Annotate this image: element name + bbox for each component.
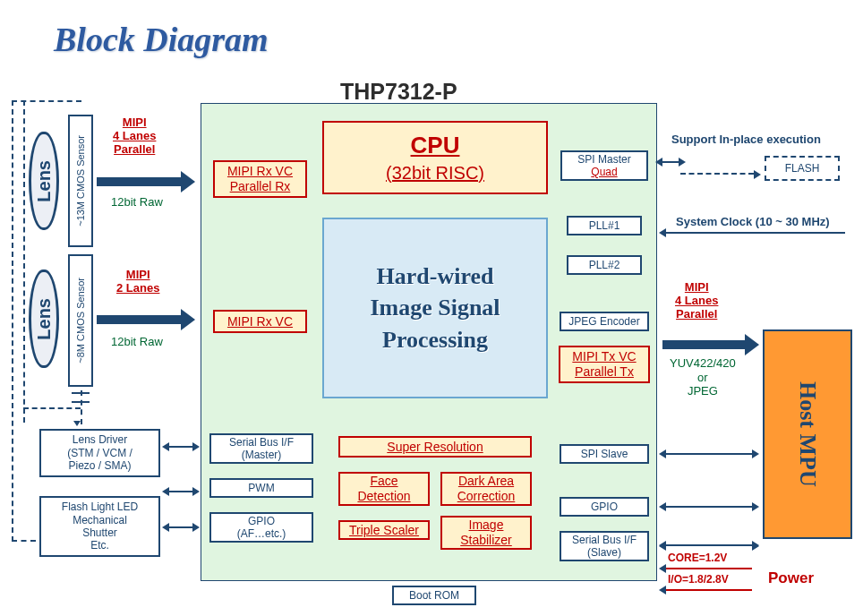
dashed-line <box>12 100 13 542</box>
mipi-rx-vc-parallel-rx: MIPI Rx VCParallel Rx <box>213 160 307 198</box>
sensor-2-label: ~8M CMOS Sensor <box>75 278 86 364</box>
line-gpio <box>666 506 752 508</box>
dashed-line <box>23 100 25 423</box>
line <box>169 526 192 528</box>
cpu-label: CPU <box>411 132 460 159</box>
lens-1-label: Lens <box>34 160 55 202</box>
arrow-sensor2-to-chip <box>97 315 183 324</box>
line-io <box>666 589 752 591</box>
pll1-block: PLL#1 <box>567 216 642 235</box>
page-title: Block Diagram <box>54 20 269 59</box>
flash-light-box: Flash Light LED Mechanical Shutter Etc. <box>39 496 160 557</box>
dashed-line <box>23 407 81 409</box>
face-detection-block: FaceDetection <box>338 472 430 506</box>
line <box>72 392 90 394</box>
line <box>72 401 90 403</box>
line-sysclock <box>666 232 845 234</box>
lens-2: Lens <box>29 270 59 368</box>
cpu-block: CPU (32bit RISC) <box>322 121 548 194</box>
sensor-1-label: ~13M CMOS Sensor <box>75 135 86 227</box>
io-voltage-label: I/O=1.8/2.8V <box>668 574 729 586</box>
spi-slave-block: SPI Slave <box>560 444 649 464</box>
sensor-2: ~8M CMOS Sensor <box>68 254 93 387</box>
pwm-block: PWM <box>209 478 313 498</box>
host-mpu-label: Host MPU <box>794 381 821 487</box>
power-label: Power <box>768 569 814 587</box>
lens-2-label: Lens <box>34 298 55 340</box>
jpeg-encoder-block: JPEG Encoder <box>560 312 649 331</box>
dashed-line-spi-flash <box>680 173 754 175</box>
host-mpu-block: Host MPU <box>763 329 852 539</box>
pll2-block: PLL#2 <box>567 255 642 275</box>
serial-bus-slave-block: Serial Bus I/F(Slave) <box>560 531 649 561</box>
mipi-tx-vc-parallel-tx: MIPI Tx VCParallel Tx <box>559 346 650 383</box>
chip-name: THP7312-P <box>340 79 457 105</box>
line-spi-flash <box>662 161 679 163</box>
isp-line3: Processing <box>382 324 488 355</box>
line-core <box>666 568 752 569</box>
dashed-line <box>12 100 81 102</box>
line <box>169 446 192 448</box>
gpio-left-block: GPIO(AF…etc.) <box>209 512 313 543</box>
arrow-chip-to-host <box>662 340 747 349</box>
gpio-right-block: GPIO <box>560 497 649 517</box>
sensor-1: ~13M CMOS Sensor <box>68 115 93 247</box>
arrow-sensor1-to-chip <box>97 177 183 186</box>
image-stabilizer-block: ImageStabilizer <box>440 516 532 550</box>
mipi-rx-vc: MIPI Rx VC <box>213 310 307 333</box>
super-resolution-block: Super Resolution <box>338 436 532 458</box>
flash-block: FLASH <box>765 156 840 181</box>
spi-master-block: SPI Master Quad <box>560 150 648 181</box>
isp-line2: Image Signal <box>370 292 500 323</box>
serial-bus-master-block: Serial Bus I/F(Master) <box>209 433 313 464</box>
support-inplace-label: Support In-place execution <box>671 133 821 146</box>
line-spi-slave <box>666 453 752 455</box>
dashed-line <box>12 540 36 542</box>
mipi-4lanes-right-label: MIPI4 LanesParallel <box>675 281 718 321</box>
triple-scaler-block: Triple Scaler <box>338 520 430 540</box>
system-clock-label: System Clock (10 ~ 30 MHz) <box>676 215 830 228</box>
lens-driver-box: Lens Driver (STM / VCM / Piezo / SMA) <box>39 429 160 477</box>
boot-rom-block: Boot ROM <box>392 586 476 605</box>
cpu-sub: (32bit RISC) <box>386 162 484 184</box>
mipi-4lanes-left-label: MIPI4 LanesParallel <box>113 116 156 157</box>
dark-area-correction-block: Dark AreaCorrection <box>440 472 532 506</box>
dashed-line <box>81 390 82 424</box>
yuv-label: YUV422/420orJPEG <box>670 356 736 398</box>
line <box>169 491 192 492</box>
raw-1-label: 12bit Raw <box>111 195 163 209</box>
line-serial-slave <box>666 544 752 546</box>
lens-1: Lens <box>29 132 59 230</box>
raw-2-label: 12bit Raw <box>111 335 163 348</box>
hardwired-isp-block: Hard-wired Image Signal Processing <box>322 218 548 398</box>
isp-line1: Hard-wired <box>377 261 494 292</box>
mipi-2lanes-left-label: MIPI2 Lanes <box>116 269 159 295</box>
core-voltage-label: CORE=1.2V <box>668 552 727 565</box>
